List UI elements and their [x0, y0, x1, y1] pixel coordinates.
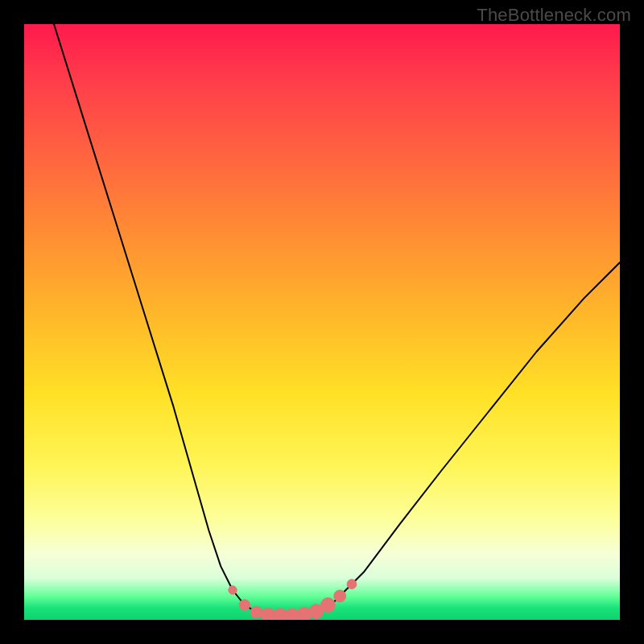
- curve-marker: [321, 598, 336, 613]
- curve-marker: [239, 600, 250, 610]
- chart-frame: TheBottleneck.com: [0, 0, 644, 644]
- curve-layer: [24, 24, 620, 620]
- curve-marker: [334, 590, 346, 602]
- curve-marker: [347, 580, 357, 589]
- plot-area: [24, 24, 620, 620]
- curve-marker: [229, 586, 237, 594]
- bottleneck-curve: [54, 24, 620, 616]
- watermark-text: TheBottleneck.com: [477, 5, 631, 26]
- curve-marker: [250, 606, 262, 618]
- curve-markers: [229, 580, 357, 620]
